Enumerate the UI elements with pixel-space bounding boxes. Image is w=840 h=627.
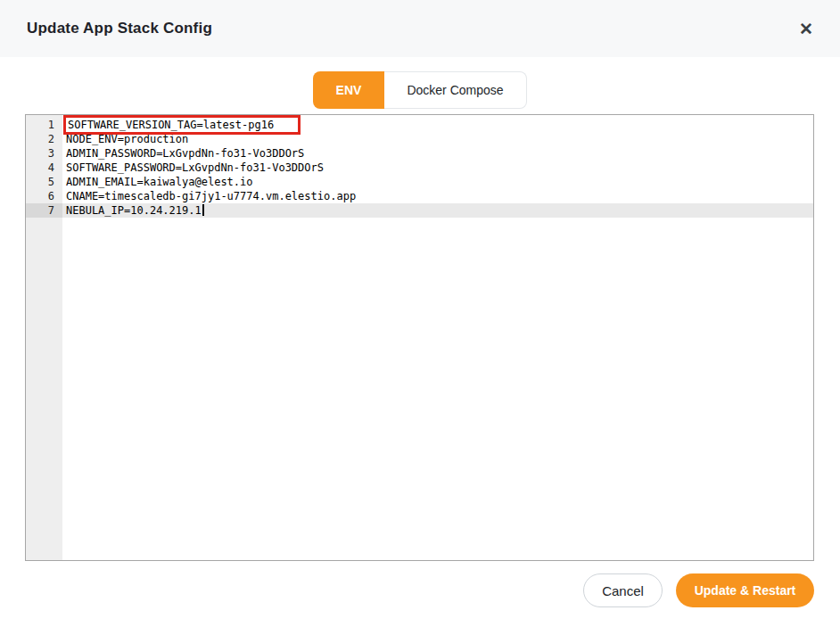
editor-code-area[interactable]: SOFTWARE_VERSION_TAG=latest-pg16 NODE_EN… xyxy=(62,115,813,560)
editor-line-text: NEBULA_IP=10.24.219.1 xyxy=(66,204,202,217)
modal-footer: Cancel Update & Restart xyxy=(583,573,814,607)
editor-line[interactable]: SOFTWARE_PASSWORD=LxGvpdNn-fo31-Vo3DDOrS xyxy=(62,161,813,175)
line-number: 5 xyxy=(26,175,62,189)
editor-line-active[interactable]: NEBULA_IP=10.24.219.1 xyxy=(62,203,813,218)
line-number: 3 xyxy=(26,146,62,161)
editor-line[interactable]: SOFTWARE_VERSION_TAG=latest-pg16 xyxy=(62,118,813,132)
line-number: 6 xyxy=(26,189,62,203)
tab-docker-compose[interactable]: Docker Compose xyxy=(384,71,527,109)
editor-line[interactable]: CNAME=timescaledb-gi7jy1-u7774.vm.elesti… xyxy=(62,189,813,203)
tab-group: ENV Docker Compose xyxy=(0,71,840,109)
code-editor[interactable]: 1 2 3 4 5 6 7 SOFTWARE_VERSION_TAG=lates… xyxy=(25,114,814,561)
editor-line-text: SOFTWARE_VERSION_TAG=latest-pg16 xyxy=(68,119,274,131)
editor-gutter: 1 2 3 4 5 6 7 xyxy=(26,115,62,560)
page-title: Update App Stack Config xyxy=(27,20,212,37)
modal-header: Update App Stack Config ✕ xyxy=(0,0,840,57)
close-icon[interactable]: ✕ xyxy=(799,21,813,37)
cancel-button[interactable]: Cancel xyxy=(583,573,663,607)
tab-env[interactable]: ENV xyxy=(313,71,384,109)
line-number: 2 xyxy=(26,132,62,146)
highlight-red-box: SOFTWARE_VERSION_TAG=latest-pg16 xyxy=(63,115,301,135)
editor-line[interactable]: ADMIN_EMAIL=kaiwalya@elest.io xyxy=(62,175,813,189)
line-number: 4 xyxy=(26,161,62,175)
update-restart-button[interactable]: Update & Restart xyxy=(676,573,814,607)
editor-line[interactable]: ADMIN_PASSWORD=LxGvpdNn-fo31-Vo3DDOrS xyxy=(62,146,813,161)
text-cursor xyxy=(202,204,204,216)
line-number-active: 7 xyxy=(26,203,62,218)
line-number: 1 xyxy=(26,118,62,132)
